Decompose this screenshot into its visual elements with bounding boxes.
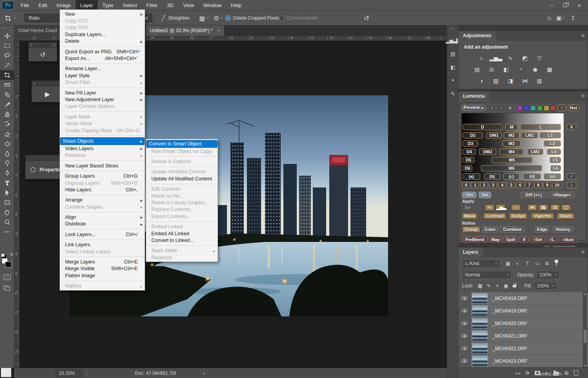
zone-button[interactable]: L2	[539, 132, 561, 138]
menubar-item[interactable]: Filter	[142, 0, 162, 11]
quick-mask-button[interactable]	[4, 274, 11, 280]
delete-cropped-pixels-checkbox[interactable]: ✓	[225, 16, 230, 21]
layer-name[interactable]: _MCH0423.ORF	[492, 358, 527, 364]
black-white-icon[interactable]: ◧	[501, 65, 511, 73]
zone-button[interactable]: D4	[463, 149, 476, 155]
menubar-item[interactable]: 3D	[162, 0, 178, 11]
menu-item[interactable]: Rename Layer...	[60, 65, 145, 72]
crop-ratio-select[interactable]: Ratio	[24, 14, 64, 22]
hue-saturation-icon[interactable]: ▤	[472, 65, 482, 73]
_MCH0423.ORF[interactable]: _MCH0423.ORF	[458, 355, 588, 367]
lock-transparent-pixels-icon[interactable]: ▦	[476, 283, 485, 289]
expand-panels-chevrons[interactable]: »	[447, 25, 458, 34]
layers-scrollbar[interactable]: ▲ ▼	[583, 292, 587, 367]
submenu-item[interactable]	[147, 222, 217, 222]
blend-button[interactable]: Split	[504, 236, 518, 243]
menubar-item[interactable]: Help	[226, 0, 246, 11]
hand-tool[interactable]	[0, 207, 14, 217]
selective-color-icon[interactable]: ▥	[534, 77, 544, 85]
submenu-item[interactable]: New Smart Object via Copy	[146, 148, 218, 154]
menu-item[interactable]: Lock Layers... Ctrl+/	[60, 231, 145, 238]
menu-item[interactable]: Group Layers Ctrl+G	[60, 173, 145, 179]
submenu-item[interactable]: Replace Contents...	[146, 206, 218, 213]
pen-tool[interactable]	[0, 168, 14, 178]
submenu-item[interactable]: Rasterize	[146, 254, 218, 261]
histogram-icon[interactable]: ▂▅▃▇	[447, 34, 458, 47]
zone-button[interactable]: 0	[462, 182, 470, 188]
menu-item[interactable]: Select Linked Layers	[60, 248, 145, 255]
zone-minus-button[interactable]: −	[497, 105, 505, 111]
apply-balance-icon[interactable]: ⚖	[550, 204, 560, 211]
content-aware-checkbox[interactable]	[279, 16, 284, 21]
straighten-icon[interactable]: ╱	[162, 15, 165, 22]
channel-mixer-icon[interactable]: ◉	[530, 65, 540, 73]
crop-overlay-grid-icon[interactable]: ▦	[199, 15, 205, 22]
filter-pixel-icon[interactable]: ▦	[503, 260, 513, 268]
submenu-item[interactable]: Stack Mode	[146, 247, 218, 254]
submenu-item[interactable]: Relink to File...	[146, 193, 218, 199]
zone-button[interactable]: L	[520, 124, 561, 130]
type-tool[interactable]: T	[0, 178, 14, 188]
apply-button[interactable]: Contrast	[483, 213, 506, 219]
zone-button[interactable]: (d)	[523, 173, 541, 180]
menu-item[interactable]: New Fill Layer	[60, 89, 145, 96]
move-tool[interactable]	[0, 31, 14, 41]
opacity-field[interactable]: 100%˅	[537, 271, 559, 279]
menubar-item[interactable]: View	[178, 0, 199, 11]
actions-mini-panel[interactable]: »× ▶	[31, 80, 64, 102]
menu-item[interactable]: Smart Objects	[60, 137, 145, 145]
zone-button[interactable]: L3	[544, 140, 561, 147]
menubar-item[interactable]: Type	[98, 0, 118, 11]
lumenzia-button[interactable]: Diff (+/-)	[520, 192, 547, 198]
menubar-item[interactable]: File	[16, 0, 34, 11]
chevron-down-icon[interactable]: ˅	[563, 16, 565, 20]
gradient-map-icon[interactable]: ⋈	[520, 77, 530, 85]
menu-item[interactable]: New	[60, 11, 145, 17]
color-swatch[interactable]	[524, 105, 529, 111]
zone-button[interactable]: (a)	[463, 173, 480, 180]
zone-button[interactable]: (c)	[503, 173, 519, 180]
zone-button[interactable]: 6	[516, 182, 524, 188]
color-swatch[interactable]	[544, 105, 549, 111]
zoom-tool[interactable]	[0, 217, 14, 227]
panel-collapse-chevrons[interactable]: »	[30, 43, 32, 47]
layer-visibility-eye-icon[interactable]	[458, 342, 471, 355]
apply-button[interactable]: Sharp	[557, 213, 574, 219]
posterize-icon[interactable]: ▨	[491, 77, 501, 85]
status-chevron-icon[interactable]: ›	[203, 371, 205, 376]
zone-button[interactable]: D5	[463, 157, 474, 163]
menu-item[interactable]: New Layer Based Slices	[60, 162, 145, 169]
preview-button[interactable]: Preview ▴▾	[461, 105, 486, 111]
menubar-item[interactable]: Select	[118, 0, 142, 11]
blend-button[interactable]: Map	[489, 236, 502, 243]
layer-style-fx-icon[interactable]: fx	[525, 370, 530, 376]
delete-layer-icon[interactable]	[574, 371, 578, 376]
zone-button[interactable]: M3	[503, 140, 521, 147]
blend-button[interactable]: If	[519, 236, 529, 243]
menu-item[interactable]: Quick Export as PNG Shift+Ctrl+'	[60, 48, 145, 55]
layer-visibility-eye-icon[interactable]	[458, 330, 471, 342]
filter-smart-object-icon[interactable]: ⧉	[542, 260, 552, 268]
menu-item[interactable]: New Adjustment Layer	[60, 96, 145, 103]
filter-toggle-pin[interactable]	[554, 260, 559, 268]
menu-item[interactable]	[61, 212, 144, 212]
layer-thumbnail[interactable]	[472, 318, 488, 329]
_MCH0418.ORF[interactable]: _MCH0418.ORF	[458, 292, 588, 305]
menu-item[interactable]: Ungroup Layers Shift+Ctrl+G	[60, 180, 145, 186]
close-icon[interactable]: ×	[217, 28, 220, 34]
color-swatch[interactable]	[537, 105, 543, 111]
zone-button[interactable]: 2	[480, 182, 488, 188]
layer-thumbnail[interactable]	[472, 305, 488, 316]
play-icon[interactable]: ▶	[45, 90, 50, 98]
menu-item[interactable]: Matting	[60, 283, 145, 289]
panel-collapse-chevrons[interactable]: »	[33, 82, 35, 85]
lock-artboard-icon[interactable]: ▣	[502, 283, 510, 289]
history-panel-icon[interactable]: ↺	[40, 51, 45, 58]
apply-brightness-icon[interactable]: ☼	[511, 204, 521, 211]
submenu-item[interactable]: Update Modified Content	[146, 169, 218, 175]
search-icon[interactable]	[547, 16, 551, 20]
menu-item[interactable]: Export As... Alt+Shift+Ctrl+'	[60, 55, 145, 62]
scroll-up-arrow-icon[interactable]: ▲	[583, 293, 587, 295]
zone-button[interactable]: (e)	[544, 173, 561, 180]
layer-thumbnail[interactable]	[472, 293, 488, 303]
